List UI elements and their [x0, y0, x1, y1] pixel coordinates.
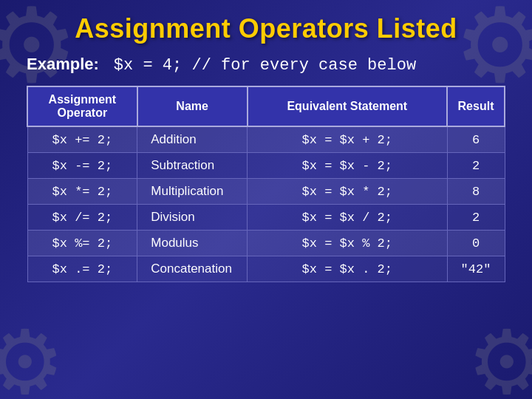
- example-block: Example: $x = 4; // for every case below: [27, 55, 505, 75]
- cell-result: 2: [447, 205, 505, 231]
- cell-name: Addition: [137, 126, 248, 153]
- cell-operator: $x .= 2;: [27, 256, 137, 282]
- cell-name: Modulus: [137, 231, 248, 256]
- cell-operator: $x -= 2;: [27, 153, 137, 179]
- table-row: $x += 2;Addition$x = $x + 2;6: [27, 126, 505, 153]
- cell-operator: $x /= 2;: [27, 205, 137, 231]
- table-row: $x %= 2;Modulus$x = $x % 2;0: [27, 231, 505, 256]
- table-row: $x /= 2;Division$x = $x / 2;2: [27, 205, 505, 231]
- table-header-row: Assignment Operator Name Equivalent Stat…: [27, 86, 505, 126]
- gear-icon-bottom-left: ⚙: [0, 311, 65, 399]
- cell-result: "42": [447, 256, 505, 282]
- main-content: Assignment Operators Listed Example: $x …: [0, 0, 532, 296]
- table-row: $x .= 2;Concatenation$x = $x . 2;"42": [27, 256, 505, 282]
- cell-equiv: $x = $x + 2;: [248, 126, 448, 153]
- cell-name: Subtraction: [137, 153, 248, 179]
- operators-table: Assignment Operator Name Equivalent Stat…: [27, 86, 505, 282]
- cell-equiv: $x = $x . 2;: [248, 256, 448, 282]
- page-title: Assignment Operators Listed: [27, 13, 505, 44]
- cell-equiv: $x = $x * 2;: [248, 179, 448, 205]
- cell-result: 8: [447, 179, 505, 205]
- col-header-equiv: Equivalent Statement: [248, 86, 448, 126]
- example-label: Example:: [27, 55, 99, 74]
- cell-equiv: $x = $x / 2;: [248, 205, 448, 231]
- cell-equiv: $x = $x % 2;: [248, 231, 448, 256]
- cell-result: 2: [447, 153, 505, 179]
- cell-result: 6: [447, 126, 505, 153]
- col-header-operator: Assignment Operator: [27, 86, 137, 126]
- cell-operator: $x += 2;: [27, 126, 137, 153]
- table-row: $x *= 2;Multiplication$x = $x * 2;8: [27, 179, 505, 205]
- table-row: $x -= 2;Subtraction$x = $x - 2;2: [27, 153, 505, 179]
- gear-icon-bottom-right: ⚙: [467, 311, 532, 399]
- cell-operator: $x %= 2;: [27, 231, 137, 256]
- col-header-name: Name: [137, 86, 248, 126]
- cell-name: Concatenation: [137, 256, 248, 282]
- example-code: $x = 4; // for every case below: [114, 56, 416, 75]
- cell-name: Multiplication: [137, 179, 248, 205]
- col-header-result: Result: [447, 86, 505, 126]
- cell-name: Division: [137, 205, 248, 231]
- cell-operator: $x *= 2;: [27, 179, 137, 205]
- cell-equiv: $x = $x - 2;: [248, 153, 448, 179]
- cell-result: 0: [447, 231, 505, 256]
